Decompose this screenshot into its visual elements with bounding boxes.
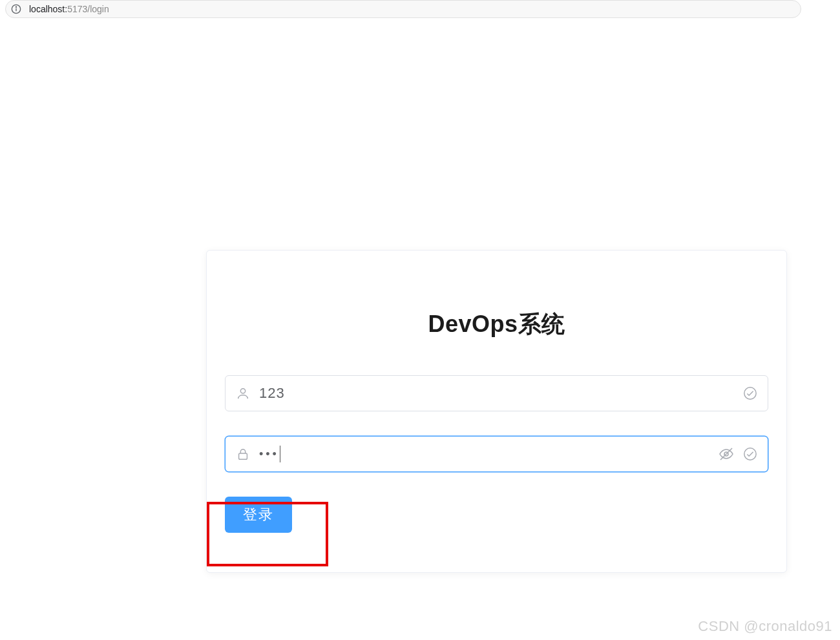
svg-point-3 bbox=[240, 389, 245, 393]
info-icon bbox=[11, 4, 21, 14]
svg-rect-5 bbox=[239, 453, 247, 459]
watermark-text: CSDN @cronaldo91 bbox=[698, 618, 832, 635]
page-content: DevOps系统 bbox=[0, 21, 840, 640]
eye-off-icon[interactable] bbox=[719, 446, 734, 462]
url-text: localhost:5173/login bbox=[29, 4, 109, 14]
check-circle-icon bbox=[743, 386, 757, 400]
username-input[interactable] bbox=[259, 376, 743, 411]
svg-point-8 bbox=[744, 448, 756, 460]
password-group: ••• bbox=[225, 436, 768, 472]
user-icon bbox=[236, 386, 250, 400]
lock-icon bbox=[236, 447, 250, 461]
login-button[interactable]: 登录 bbox=[225, 497, 292, 533]
username-input-wrapper[interactable] bbox=[225, 375, 768, 411]
login-title: DevOps系统 bbox=[225, 309, 768, 340]
username-group bbox=[225, 375, 768, 411]
check-circle-icon bbox=[743, 447, 757, 461]
svg-point-4 bbox=[744, 387, 756, 399]
text-cursor bbox=[280, 446, 280, 462]
svg-point-2 bbox=[16, 6, 16, 7]
browser-address-bar[interactable]: localhost:5173/login bbox=[5, 0, 801, 18]
login-card: DevOps系统 bbox=[206, 250, 787, 573]
password-input[interactable]: ••• bbox=[259, 446, 719, 462]
password-input-wrapper[interactable]: ••• bbox=[225, 436, 768, 472]
